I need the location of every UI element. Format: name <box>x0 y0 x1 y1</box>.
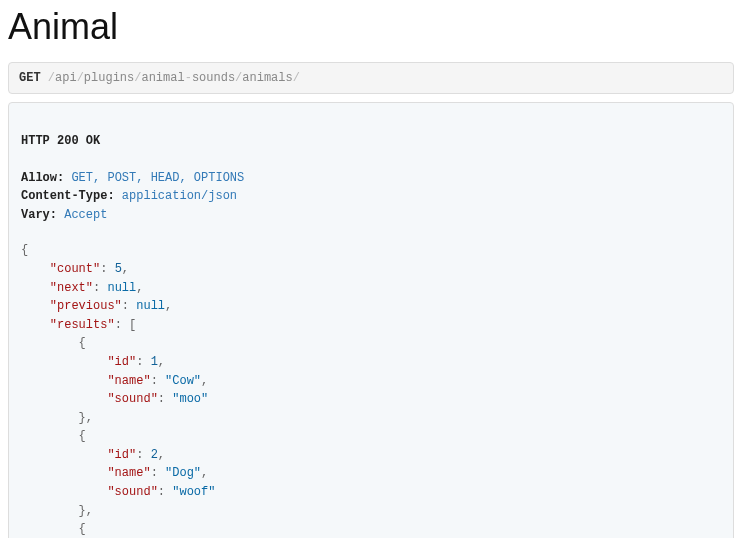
request-path: /api/plugins/animal-sounds/animals/ <box>48 71 300 85</box>
http-method: GET <box>19 71 41 85</box>
request-bar: GET /api/plugins/animal-sounds/animals/ <box>8 62 734 94</box>
response-block: HTTP 200 OK Allow: GET, POST, HEAD, OPTI… <box>8 102 734 538</box>
status-line: HTTP 200 OK <box>21 134 100 148</box>
response-body-json: { "count": 5, "next": null, "previous": … <box>21 243 215 538</box>
response-headers: Allow: GET, POST, HEAD, OPTIONS Content-… <box>21 171 244 222</box>
page-title: Animal <box>8 6 734 48</box>
